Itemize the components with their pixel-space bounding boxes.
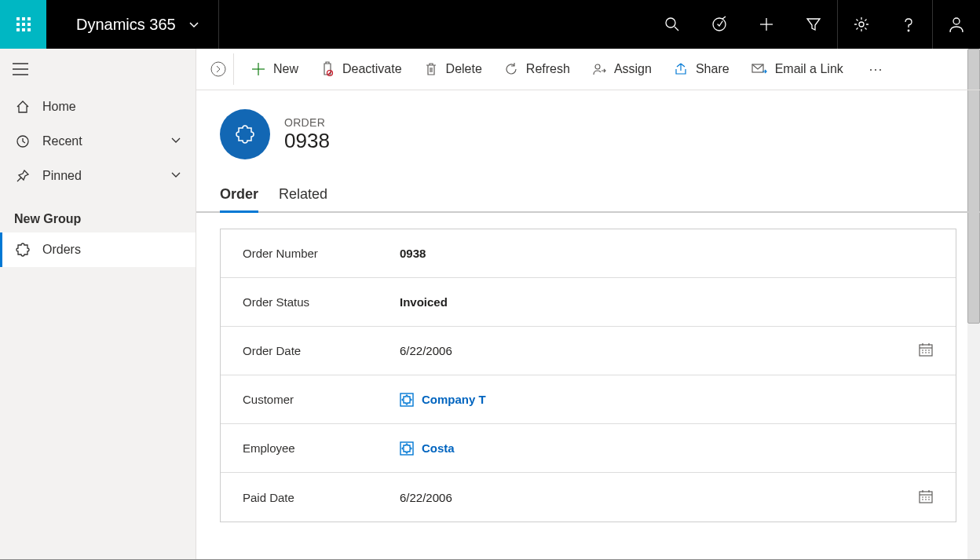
cmd-delete-label: Delete <box>446 62 482 76</box>
cmd-deactivate[interactable]: Deactivate <box>309 53 413 85</box>
cmd-email[interactable]: Email a Link <box>740 53 854 85</box>
lookup-icon <box>400 441 414 456</box>
label-paid-date: Paid Date <box>243 491 400 504</box>
brand-label: Dynamics 365 <box>76 16 176 34</box>
user-button[interactable] <box>933 0 980 49</box>
field-paid-date[interactable]: Paid Date 6/22/2006 <box>221 473 956 522</box>
field-order-number[interactable]: Order Number 0938 <box>221 229 956 278</box>
filter-icon <box>806 16 821 32</box>
help-icon <box>901 16 916 32</box>
field-order-date[interactable]: Order Date 6/22/2006 <box>221 327 956 375</box>
main: New Deactivate Delete Refresh Assign Sha… <box>196 49 980 559</box>
field-order-status[interactable]: Order Status Invoiced <box>221 278 956 327</box>
nav-recent-label: Recent <box>42 134 82 148</box>
value-employee[interactable]: Costa <box>400 441 455 456</box>
top-bar: Dynamics 365 <box>0 0 980 49</box>
label-order-status: Order Status <box>243 295 400 309</box>
search-button[interactable] <box>649 0 696 49</box>
deactivate-icon <box>320 62 335 76</box>
cmd-deactivate-label: Deactivate <box>342 62 402 76</box>
plus-icon <box>759 16 774 32</box>
chevron-down-icon <box>188 16 199 34</box>
svg-point-9 <box>666 18 675 27</box>
nav-orders[interactable]: Orders <box>0 232 196 267</box>
value-order-status: Invoiced <box>400 295 448 309</box>
user-icon <box>948 16 965 33</box>
cmd-refresh[interactable]: Refresh <box>493 53 581 85</box>
cmd-refresh-label: Refresh <box>526 62 570 76</box>
task-button[interactable] <box>696 0 743 49</box>
nav-pinned[interactable]: Pinned <box>0 159 196 193</box>
hamburger-button[interactable] <box>0 49 41 90</box>
field-employee[interactable]: Employee Costa <box>221 424 956 473</box>
label-customer: Customer <box>243 393 400 406</box>
svg-rect-1 <box>22 17 25 20</box>
pin-icon <box>14 169 31 183</box>
cmd-new-label: New <box>273 62 298 76</box>
tab-order[interactable]: Order <box>220 180 258 213</box>
record-icon <box>220 109 270 159</box>
cmd-delete[interactable]: Delete <box>413 53 493 85</box>
nav-home[interactable]: Home <box>0 90 196 124</box>
field-customer[interactable]: Customer Company T <box>221 375 956 424</box>
datepicker-button[interactable] <box>918 489 934 507</box>
label-order-date: Order Date <box>243 344 400 357</box>
svg-rect-6 <box>16 28 20 31</box>
share-icon <box>674 62 688 76</box>
home-icon <box>14 100 31 114</box>
cmd-share[interactable]: Share <box>663 53 740 85</box>
svg-rect-3 <box>16 23 20 26</box>
brand[interactable]: Dynamics 365 <box>46 0 219 49</box>
waffle-icon <box>16 17 31 31</box>
svg-point-11 <box>713 18 726 31</box>
form-panel: Order Number 0938 Order Status Invoiced … <box>220 229 956 522</box>
cmd-assign[interactable]: Assign <box>581 53 663 85</box>
mail-icon <box>751 62 767 76</box>
puzzle-icon <box>235 124 255 145</box>
svg-rect-5 <box>27 23 31 26</box>
tab-related[interactable]: Related <box>279 180 327 211</box>
help-button[interactable] <box>885 0 932 49</box>
trash-icon <box>424 62 438 76</box>
nav-home-label: Home <box>42 100 76 114</box>
plus-icon <box>251 62 265 76</box>
svg-point-15 <box>908 30 909 31</box>
svg-line-10 <box>675 27 678 31</box>
svg-point-16 <box>953 18 960 24</box>
label-employee: Employee <box>243 441 400 455</box>
nav-group-label: New Group <box>0 193 196 232</box>
svg-point-26 <box>595 64 600 69</box>
chevron-circle-icon <box>210 60 227 78</box>
add-button[interactable] <box>743 0 790 49</box>
cmd-toggle[interactable] <box>203 53 234 85</box>
value-customer-text: Company T <box>422 393 486 406</box>
nav-recent[interactable]: Recent <box>0 124 196 159</box>
svg-rect-8 <box>27 28 31 31</box>
value-customer[interactable]: Company T <box>400 393 486 407</box>
record-title: 0938 <box>284 129 330 153</box>
hamburger-icon <box>13 63 28 75</box>
filter-button[interactable] <box>790 0 837 49</box>
value-paid-date: 6/22/2006 <box>400 491 452 504</box>
settings-button[interactable] <box>838 0 885 49</box>
svg-point-21 <box>211 62 225 76</box>
search-icon <box>664 16 680 32</box>
cmd-new[interactable]: New <box>240 53 309 85</box>
tab-order-label: Order <box>220 186 258 202</box>
lookup-icon <box>400 393 414 407</box>
datepicker-button[interactable] <box>918 342 934 360</box>
nav-orders-label: Orders <box>42 243 81 257</box>
cmd-overflow[interactable]: ⋯ <box>854 60 898 78</box>
chevron-down-icon <box>170 169 181 183</box>
gear-icon <box>854 16 869 32</box>
value-employee-text: Costa <box>422 441 455 455</box>
top-icons <box>649 0 980 49</box>
app-launcher-button[interactable] <box>0 0 46 49</box>
shell: Home Recent Pinned New Group Orders New <box>0 49 980 560</box>
cmd-assign-label: Assign <box>614 62 652 76</box>
calendar-icon <box>918 342 934 357</box>
puzzle-icon <box>14 243 31 257</box>
label-order-number: Order Number <box>243 247 400 260</box>
cmd-share-label: Share <box>696 62 730 76</box>
value-order-number: 0938 <box>400 247 426 260</box>
